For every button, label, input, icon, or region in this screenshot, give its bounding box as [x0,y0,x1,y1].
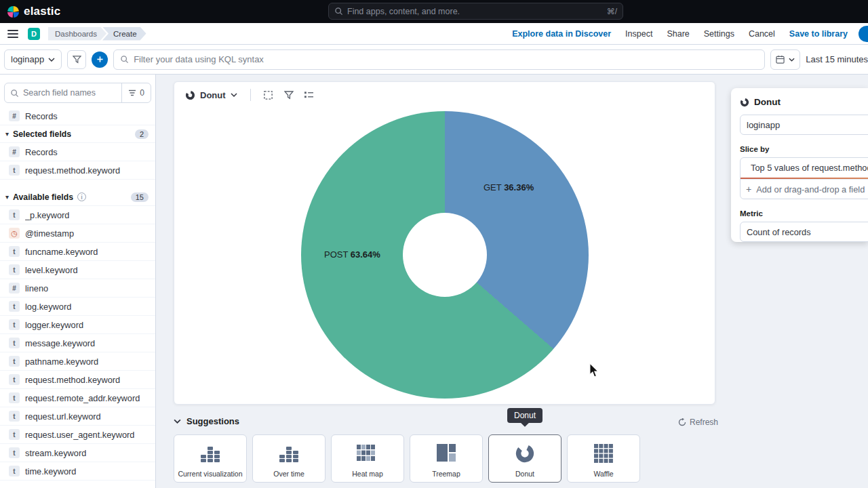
field-item[interactable]: # Records [0,143,155,161]
legend-settings-button[interactable] [300,86,318,104]
chevron-down-icon [231,93,237,97]
plus-icon: + [746,184,751,195]
field-item[interactable]: ttime.keyword [0,462,155,481]
divider [250,89,251,101]
suggestion-waffle[interactable]: Waffle [567,434,640,483]
visualization-filter-button[interactable] [280,86,298,104]
slice-name: POST [324,249,348,260]
field-item[interactable]: t request.method.keyword [0,161,155,180]
field-item[interactable]: trequest.method.keyword [0,371,155,389]
date-field-icon: ◷ [9,228,20,239]
breadcrumb-create[interactable]: Create [102,27,146,41]
field-item[interactable]: trequest.remote_addr.keyword [0,389,155,407]
date-picker-button[interactable] [770,49,800,70]
menu-icon[interactable] [7,30,18,38]
kql-input[interactable] [134,54,758,64]
cancel-link[interactable]: Cancel [749,29,775,39]
keyword-field-icon: t [9,338,20,348]
chart-toolbar: Donut [174,82,715,104]
metric-button[interactable]: Count of records [740,222,868,242]
explore-in-discover-link[interactable]: Explore data in Discover [512,29,611,39]
selected-fields-title: Selected fields [13,129,71,139]
kibana-lens-editor: elastic ⌘/ D Dashboards Create Explore d… [0,0,868,488]
field-label: pathname.keyword [25,357,98,367]
filter-button[interactable] [67,50,86,69]
suggestions-toggle[interactable]: Suggestions [174,416,239,426]
suggestion-heat-map[interactable]: Heat map [331,434,404,483]
slice-by-group: Top 5 values of request.method.keyword +… [740,157,868,199]
field-item[interactable]: tlog.keyword [0,298,155,316]
field-item[interactable]: tfuncname.keyword [0,243,155,261]
field-filter-button[interactable]: 0 [121,83,151,102]
field-item[interactable]: tstream.keyword [0,444,155,462]
suggestion-treemap[interactable]: Treemap [410,434,483,483]
field-search-input[interactable] [23,88,117,98]
selection-frame-button[interactable] [260,86,277,104]
chevron-down-icon: ▾ [5,130,9,138]
suggestions-title: Suggestions [186,416,239,426]
donut-icon [185,90,195,100]
suggestion-over-time[interactable]: Over time [252,434,326,483]
breadcrumb-dashboards[interactable]: Dashboards [48,27,106,41]
field-item[interactable]: t_p.keyword [0,206,155,224]
settings-link[interactable]: Settings [704,29,734,39]
field-label: log.keyword [25,302,71,312]
available-fields-title: Available fields [13,192,73,202]
slice-label-get: GET 36.36% [484,182,534,192]
share-link[interactable]: Share [667,29,689,39]
nav-actions: Explore data in Discover Inspect Share S… [512,29,848,39]
add-field-button[interactable]: + Add or drag-and-drop a field [741,179,868,199]
suggestion-donut[interactable]: Donut [488,434,561,483]
field-item[interactable]: trequest.user_agent.keyword [0,426,155,444]
field-label: stream.keyword [25,448,86,458]
dimension-button[interactable]: Top 5 values of request.method.keyword [741,158,868,178]
layer-data-view-input[interactable] [740,115,868,135]
logo-text: elastic [24,5,60,18]
available-fields-header[interactable]: ▾ Available fields i 15 [0,188,155,206]
keyword-field-icon: t [9,447,20,458]
keyword-field-icon: t [9,301,20,312]
breadcrumb: Dashboards Create [48,27,146,41]
slice-label-post: POST 63.64% [324,249,380,260]
refresh-suggestions-button[interactable]: Refresh [678,418,718,427]
field-label: request.url.keyword [25,411,101,422]
suggestion-current-visualization[interactable]: Current visualization [174,434,247,483]
add-filter-button[interactable] [92,52,108,68]
field-item[interactable]: trequest.url.keyword [0,407,155,426]
field-item[interactable]: tlogger.keyword [0,316,155,334]
keyword-field-icon: t [9,429,20,440]
chevron-down-icon [174,419,181,424]
refresh-label: Refresh [690,418,718,427]
keyword-field-icon: t [9,466,20,476]
keyword-field-icon: t [9,411,20,422]
field-item[interactable]: tmessage.keyword [0,334,155,352]
keyword-field-icon: t [9,319,20,330]
data-view-picker[interactable]: loginapp [4,49,62,70]
time-range-label[interactable]: Last 15 minutes [806,54,868,64]
primary-button-clipped[interactable] [859,26,868,42]
number-field-icon: # [9,110,20,121]
inspect-link[interactable]: Inspect [625,29,652,39]
field-search[interactable]: 0 [4,83,151,103]
available-fields-count: 15 [131,192,149,202]
legend-icon [304,91,314,100]
kql-search-bar[interactable] [113,49,765,70]
chart-type-switcher[interactable]: Donut [181,88,241,102]
suggestion-label: Treemap [432,470,460,478]
global-search[interactable]: ⌘/ [328,3,623,20]
elastic-logo[interactable]: elastic [7,5,60,18]
global-search-input[interactable] [347,7,603,16]
field-item[interactable]: tlevel.keyword [0,261,155,279]
field-item[interactable]: tpathname.keyword [0,352,155,371]
keyword-field-icon: t [9,209,20,220]
field-item-records-top[interactable]: # Records [0,107,155,125]
field-item[interactable]: #lineno [0,279,155,298]
selected-fields-header[interactable]: ▾ Selected fields 2 [0,125,155,143]
keyword-field-icon: t [9,264,20,275]
dashboard-app-badge[interactable]: D [28,28,40,40]
layer-config-panel: Donut Slice by Top 5 values of request.m… [731,88,868,242]
save-to-library-link[interactable]: Save to library [789,29,848,39]
slice-percent: 63.64% [351,249,380,260]
field-item[interactable]: ◷@timestamp [0,224,155,243]
field-label: Records [25,147,58,157]
